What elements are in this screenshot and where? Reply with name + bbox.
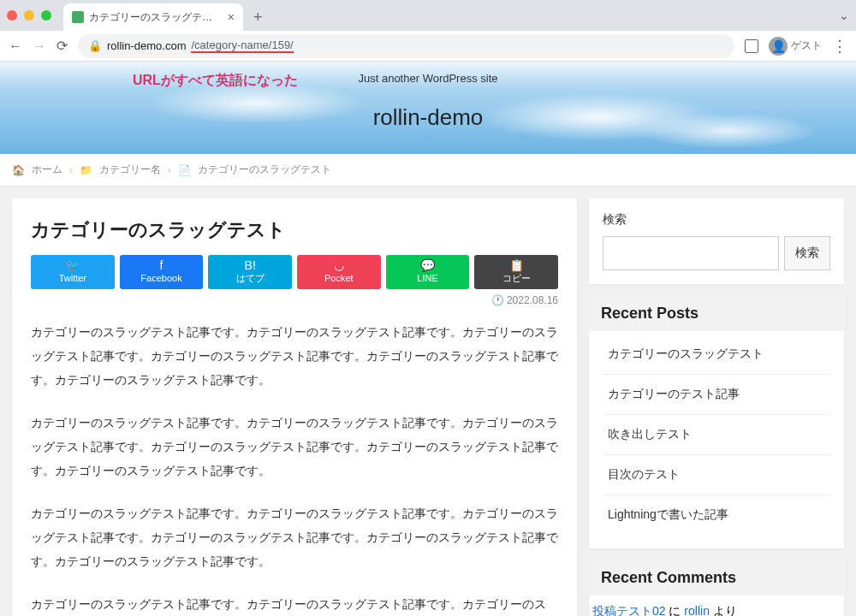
share-hatena-button[interactable]: B!はてブ: [208, 255, 292, 289]
clock-icon: 🕐: [491, 294, 504, 306]
document-icon: 📄: [178, 164, 191, 176]
line-icon: 💬: [386, 258, 470, 273]
reload-button[interactable]: ⟳: [56, 38, 68, 54]
comment-author-link[interactable]: rollin: [684, 604, 710, 616]
share-pocket-button[interactable]: ◡Pocket: [297, 255, 381, 289]
widget-title: Recent Comments: [589, 560, 844, 595]
main-content: カテゴリーのスラッグテスト 🐦Twitter fFacebook B!はてブ ◡…: [12, 198, 577, 616]
url-host: rollin-demo.com: [107, 39, 186, 52]
recent-post-link[interactable]: カテゴリーのテスト記事: [603, 375, 830, 415]
article-body: カテゴリーのスラッグテスト記事です。カテゴリーのスラッグテスト記事です。カテゴリ…: [31, 320, 558, 616]
site-header: URLがすべて英語になった Just another WordPress sit…: [0, 62, 856, 154]
recent-post-link[interactable]: 目次のテスト: [603, 455, 830, 495]
chevron-right-icon: ›: [168, 164, 171, 176]
search-input[interactable]: [603, 236, 779, 270]
search-widget: 検索 検索: [589, 198, 844, 284]
paragraph: カテゴリーのスラッグテスト記事です。カテゴリーのスラッグテスト記事です。カテゴリ…: [31, 411, 558, 483]
recent-comment-item: 投稿テスト02 に rollin より: [589, 595, 844, 616]
url-path: /category-name/159/: [191, 38, 293, 53]
pocket-icon: ◡: [297, 258, 381, 273]
minimize-window-icon[interactable]: [24, 10, 34, 21]
share-buttons: 🐦Twitter fFacebook B!はてブ ◡Pocket 💬LINE 📋…: [31, 255, 558, 289]
page-body: カテゴリーのスラッグテスト 🐦Twitter fFacebook B!はてブ ◡…: [0, 187, 856, 616]
browser-menu-button[interactable]: ⋮: [832, 37, 847, 56]
article-date: 2022.08.16: [507, 294, 558, 306]
widget-title: Recent Posts: [589, 296, 844, 331]
hatena-icon: B!: [208, 258, 292, 273]
search-label: 検索: [603, 212, 830, 228]
site-title[interactable]: rollin-demo: [373, 104, 484, 131]
recent-comments-widget: Recent Comments 投稿テスト02 に rollin より: [589, 560, 844, 616]
browser-toolbar: ← → ⟳ 🔒 rollin-demo.com/category-name/15…: [0, 31, 856, 62]
article-date-row: 🕐 2022.08.16: [31, 294, 558, 306]
maximize-window-icon[interactable]: [41, 10, 51, 21]
recent-post-link[interactable]: 吹き出しテスト: [603, 415, 830, 455]
close-window-icon[interactable]: [7, 10, 17, 21]
forward-button[interactable]: →: [33, 38, 46, 54]
recent-posts-widget: Recent Posts カテゴリーのスラッグテスト カテゴリーのテスト記事 吹…: [589, 296, 844, 548]
avatar-icon: 👤: [769, 37, 788, 56]
twitter-icon: 🐦: [31, 258, 115, 273]
annotation-text: URLがすべて英語になった: [133, 72, 298, 90]
tab-overflow-icon[interactable]: ⌄: [839, 9, 849, 22]
address-bar[interactable]: 🔒 rollin-demo.com/category-name/159/: [78, 34, 734, 58]
browser-tab-strip: カテゴリーのスラッグテスト | roll... × + ⌄: [0, 0, 856, 31]
extensions-icon[interactable]: [745, 39, 758, 53]
folder-icon: 📁: [80, 164, 92, 176]
paragraph: カテゴリーのスラッグテスト記事です。カテゴリーのスラッグテスト記事です。カテゴリ…: [31, 320, 558, 392]
recent-post-link[interactable]: カテゴリーのスラッグテスト: [603, 335, 830, 375]
home-icon: 🏠: [12, 164, 25, 176]
tab-title: カテゴリーのスラッグテスト | roll...: [89, 10, 223, 25]
chevron-right-icon: ›: [69, 164, 73, 176]
share-twitter-button[interactable]: 🐦Twitter: [31, 255, 115, 289]
favicon-icon: [72, 11, 84, 23]
breadcrumb-category[interactable]: カテゴリー名: [99, 163, 161, 177]
breadcrumb: 🏠 ホーム › 📁 カテゴリー名 › 📄 カテゴリーのスラッグテスト: [0, 154, 856, 187]
new-tab-button[interactable]: +: [253, 9, 263, 27]
recent-post-link[interactable]: Lightningで書いた記事: [603, 495, 830, 535]
window-controls: [7, 10, 51, 21]
breadcrumb-home[interactable]: ホーム: [32, 163, 62, 177]
paragraph: カテゴリーのスラッグテスト記事です。カテゴリーのスラッグテスト記事です。カテゴリ…: [31, 501, 558, 573]
profile-button[interactable]: 👤 ゲスト: [769, 37, 822, 56]
lock-icon: 🔒: [88, 39, 102, 52]
comment-post-link[interactable]: 投稿テスト02: [592, 604, 666, 616]
profile-label: ゲスト: [791, 38, 822, 53]
browser-tab[interactable]: カテゴリーのスラッグテスト | roll... ×: [63, 3, 243, 31]
close-tab-icon[interactable]: ×: [228, 10, 235, 24]
sidebar: 検索 検索 Recent Posts カテゴリーのスラッグテスト カテゴリーのテ…: [589, 198, 844, 616]
paragraph: カテゴリーのスラッグテスト記事です。カテゴリーのスラッグテスト記事です。カテゴリ…: [31, 592, 558, 616]
breadcrumb-current: カテゴリーのスラッグテスト: [198, 163, 331, 177]
share-copy-button[interactable]: 📋コピー: [474, 255, 558, 289]
search-button[interactable]: 検索: [784, 236, 830, 270]
article-title: カテゴリーのスラッグテスト: [31, 217, 558, 243]
copy-icon: 📋: [474, 258, 558, 273]
share-line-button[interactable]: 💬LINE: [386, 255, 470, 289]
share-facebook-button[interactable]: fFacebook: [120, 255, 204, 289]
facebook-icon: f: [120, 258, 204, 273]
site-tagline: Just another WordPress site: [358, 72, 497, 85]
back-button[interactable]: ←: [9, 38, 22, 54]
